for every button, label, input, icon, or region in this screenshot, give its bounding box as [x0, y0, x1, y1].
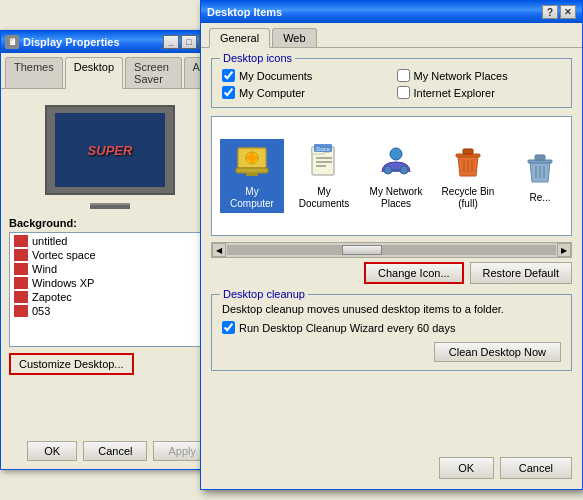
- cleanup-check-row: Run Desktop Cleanup Wizard every 60 days: [222, 321, 561, 334]
- help-button[interactable]: ?: [542, 5, 558, 19]
- desktop-cleanup-label: Desktop cleanup: [220, 288, 308, 300]
- svg-rect-21: [535, 155, 545, 160]
- scroll-left-button[interactable]: ◀: [212, 243, 226, 257]
- tab-desktop[interactable]: Desktop: [65, 57, 123, 89]
- recycle-bin-icon-label: Recycle Bin (full): [439, 186, 497, 210]
- desktop-icons-group: Desktop icons My Documents My Network Pl…: [211, 58, 572, 108]
- list-item[interactable]: 053: [11, 304, 209, 318]
- screen-text: SUPER: [88, 143, 133, 158]
- scroll-right-button[interactable]: ▶: [557, 243, 571, 257]
- svg-point-13: [400, 166, 408, 174]
- background-list[interactable]: untitled Vortec space Wind Windows XP Za…: [9, 232, 211, 347]
- maximize-button[interactable]: □: [181, 35, 197, 49]
- icon-list-container: My Computer Docs: [211, 116, 572, 236]
- tab-themes[interactable]: Themes: [5, 57, 63, 88]
- tab-screensaver[interactable]: Screen Saver: [125, 57, 181, 88]
- my-computer-label: My Computer: [239, 87, 305, 99]
- my-documents-checkbox[interactable]: [222, 69, 235, 82]
- desktop-cleanup-group: Desktop cleanup Desktop cleanup moves un…: [211, 294, 572, 371]
- display-properties-window: 🖥 Display Properties _ □ ✕ Themes Deskto…: [0, 30, 220, 470]
- svg-rect-16: [463, 149, 473, 154]
- checkbox-internet-explorer: Internet Explorer: [397, 86, 562, 99]
- minimize-button[interactable]: _: [163, 35, 179, 49]
- restore-default-button[interactable]: Restore Default: [470, 262, 572, 284]
- recycle-bin-icon: [448, 142, 488, 182]
- item-icon: [14, 305, 28, 317]
- dialog-cancel-button[interactable]: Cancel: [500, 457, 572, 479]
- svg-point-12: [384, 166, 392, 174]
- close-button[interactable]: ✕: [560, 5, 576, 19]
- item-icon: [14, 291, 28, 303]
- desktop-items-dialog: Desktop Items ? ✕ General Web Desktop ic…: [200, 0, 583, 490]
- checkbox-my-documents: My Documents: [222, 69, 387, 82]
- my-network-places-checkbox[interactable]: [397, 69, 410, 82]
- icon-checkboxes: My Documents My Network Places My Comput…: [222, 69, 561, 99]
- desktop-icons-label: Desktop icons: [220, 52, 295, 64]
- desktop-items-title: Desktop Items: [207, 6, 542, 18]
- svg-rect-3: [246, 173, 258, 176]
- tab-web[interactable]: Web: [272, 28, 316, 47]
- icon-item-my-network[interactable]: My Network Places: [364, 139, 428, 213]
- monitor-stand: [90, 203, 130, 209]
- my-documents-label: My Documents: [239, 70, 312, 82]
- scroll-thumb[interactable]: [342, 245, 382, 255]
- checkbox-my-network-places: My Network Places: [397, 69, 562, 82]
- svg-text:Docs: Docs: [316, 146, 330, 152]
- background-label: Background:: [9, 217, 211, 229]
- icon-item-re[interactable]: Re...: [508, 145, 572, 207]
- my-computer-checkbox[interactable]: [222, 86, 235, 99]
- tab-general[interactable]: General: [209, 28, 270, 48]
- change-icon-button[interactable]: Change Icon...: [364, 262, 464, 284]
- display-content: SUPER Background: untitled Vortec space …: [1, 89, 219, 383]
- my-network-icon-label: My Network Places: [367, 186, 425, 210]
- customize-desktop-button[interactable]: Customize Desktop...: [9, 353, 134, 375]
- item-icon: [14, 249, 28, 261]
- internet-explorer-label: Internet Explorer: [414, 87, 495, 99]
- item-icon: [14, 263, 28, 275]
- icon-item-recycle-bin[interactable]: Recycle Bin (full): [436, 139, 500, 213]
- list-item[interactable]: Windows XP: [11, 276, 209, 290]
- list-item[interactable]: Zapotec: [11, 290, 209, 304]
- my-computer-icon-label: My Computer: [223, 186, 281, 210]
- list-item[interactable]: Vortec space: [11, 248, 209, 262]
- icon-item-my-computer[interactable]: My Computer: [220, 139, 284, 213]
- my-computer-icon: [232, 142, 272, 182]
- scroll-track[interactable]: [227, 245, 556, 255]
- dialog-footer: OK Cancel: [439, 457, 572, 479]
- cancel-button[interactable]: Cancel: [83, 441, 147, 461]
- svg-rect-2: [236, 168, 268, 173]
- display-properties-titlebar: 🖥 Display Properties _ □ ✕: [1, 31, 219, 53]
- list-item[interactable]: untitled: [11, 234, 209, 248]
- clean-desktop-now-button[interactable]: Clean Desktop Now: [434, 342, 561, 362]
- re-icon-label: Re...: [529, 192, 550, 204]
- svg-point-11: [390, 148, 402, 160]
- checkbox-my-computer: My Computer: [222, 86, 387, 99]
- ok-button[interactable]: OK: [27, 441, 77, 461]
- my-documents-icon: Docs: [304, 142, 344, 182]
- internet-explorer-checkbox[interactable]: [397, 86, 410, 99]
- cleanup-wizard-label: Run Desktop Cleanup Wizard every 60 days: [239, 322, 455, 334]
- display-icon: 🖥: [5, 35, 19, 49]
- display-footer: OK Cancel Apply: [27, 441, 211, 461]
- dialog-ok-button[interactable]: OK: [439, 457, 494, 479]
- re-icon: [520, 148, 560, 188]
- cleanup-wizard-checkbox[interactable]: [222, 321, 235, 334]
- icon-item-my-documents[interactable]: Docs My Documents: [292, 139, 356, 213]
- my-network-icon: [376, 142, 416, 182]
- dialog-tab-bar: General Web: [201, 23, 582, 48]
- item-icon: [14, 235, 28, 247]
- desktop-items-titlebar: Desktop Items ? ✕: [201, 1, 582, 23]
- icon-list: My Computer Docs: [212, 117, 572, 235]
- monitor-screen: SUPER: [55, 113, 165, 187]
- list-item[interactable]: Wind: [11, 262, 209, 276]
- my-network-places-label: My Network Places: [414, 70, 508, 82]
- display-tab-bar: Themes Desktop Screen Saver Ap: [1, 53, 219, 89]
- cleanup-description: Desktop cleanup moves unused desktop ite…: [222, 303, 561, 315]
- monitor-preview: SUPER: [45, 105, 175, 195]
- item-icon: [14, 277, 28, 289]
- icon-action-buttons: Change Icon... Restore Default: [211, 262, 572, 284]
- dialog-content: Desktop icons My Documents My Network Pl…: [201, 48, 582, 391]
- display-properties-title: Display Properties: [23, 36, 163, 48]
- my-documents-icon-label: My Documents: [295, 186, 353, 210]
- icon-list-scrollbar[interactable]: ◀ ▶: [211, 242, 572, 258]
